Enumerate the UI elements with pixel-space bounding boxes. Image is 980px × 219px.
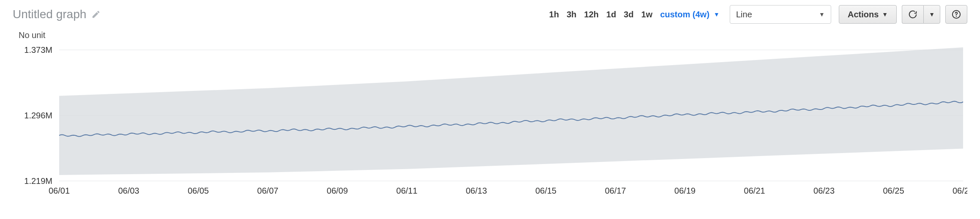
caret-down-icon: ▼ xyxy=(929,11,935,18)
viz-type-select[interactable]: Line ▼ xyxy=(730,5,831,24)
refresh-button-group: ▼ xyxy=(902,5,940,24)
svg-text:06/01: 06/01 xyxy=(49,186,70,195)
svg-text:06/21: 06/21 xyxy=(744,186,765,195)
refresh-interval-button[interactable]: ▼ xyxy=(923,5,940,24)
y-axis-unit: No unit xyxy=(19,30,45,40)
chart-canvas[interactable]: 1.219M1.296M1.373M06/0106/0306/0506/0706… xyxy=(13,33,967,206)
toolbar: Untitled graph 1h 3h 12h 1d 3d 1w custom… xyxy=(13,4,967,25)
svg-text:06/13: 06/13 xyxy=(466,186,487,195)
svg-text:06/03: 06/03 xyxy=(118,186,139,195)
time-range-1w[interactable]: 1w xyxy=(641,10,653,19)
time-range-12h[interactable]: 12h xyxy=(584,10,599,19)
refresh-button[interactable] xyxy=(902,5,923,24)
chart: No unit 1.219M1.296M1.373M06/0106/0306/0… xyxy=(13,33,967,206)
viz-type-label: Line xyxy=(736,10,752,19)
svg-text:06/23: 06/23 xyxy=(813,186,835,195)
actions-label: Actions xyxy=(848,10,879,19)
caret-down-icon: ▼ xyxy=(882,11,888,18)
pencil-icon[interactable] xyxy=(91,10,101,19)
time-range-1d[interactable]: 1d xyxy=(606,10,616,19)
svg-text:1.296M: 1.296M xyxy=(24,111,52,120)
refresh-icon xyxy=(908,10,917,19)
svg-text:06/27: 06/27 xyxy=(953,186,967,195)
caret-down-icon: ▼ xyxy=(819,11,825,18)
svg-text:06/25: 06/25 xyxy=(883,186,904,195)
svg-text:1.373M: 1.373M xyxy=(24,45,52,55)
actions-button[interactable]: Actions ▼ xyxy=(839,5,897,24)
svg-text:06/17: 06/17 xyxy=(605,186,626,195)
svg-text:06/15: 06/15 xyxy=(535,186,556,195)
svg-text:06/07: 06/07 xyxy=(257,186,278,195)
svg-text:06/11: 06/11 xyxy=(396,186,417,195)
time-range-custom[interactable]: custom (4w) xyxy=(660,10,709,19)
time-range-1h[interactable]: 1h xyxy=(549,10,559,19)
svg-text:06/09: 06/09 xyxy=(327,186,348,195)
svg-point-1 xyxy=(956,16,957,16)
help-icon xyxy=(952,10,961,19)
svg-text:06/19: 06/19 xyxy=(674,186,695,195)
graph-title: Untitled graph xyxy=(13,8,86,21)
svg-text:1.219M: 1.219M xyxy=(24,176,52,186)
time-range-picker: 1h 3h 12h 1d 3d 1w custom (4w) ▼ xyxy=(549,10,720,19)
time-range-3d[interactable]: 3d xyxy=(624,10,633,19)
help-button[interactable] xyxy=(945,5,967,24)
caret-down-icon[interactable]: ▼ xyxy=(714,11,720,18)
time-range-3h[interactable]: 3h xyxy=(567,10,576,19)
svg-text:06/05: 06/05 xyxy=(188,186,209,195)
